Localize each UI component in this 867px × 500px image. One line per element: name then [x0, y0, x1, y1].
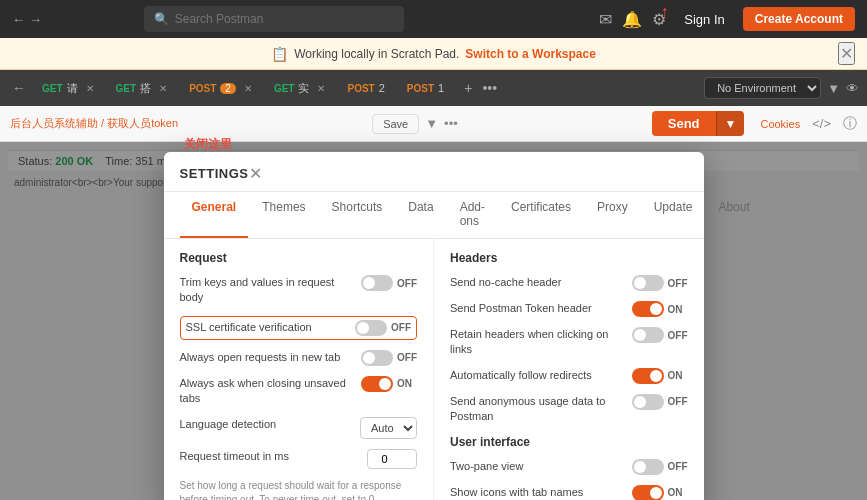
breadcrumb: 后台人员系统辅助 / 获取人员token [10, 116, 178, 131]
setting-no-cache: Send no-cache header OFF [450, 275, 688, 291]
toggle-track[interactable] [632, 327, 664, 343]
tab-close[interactable]: ✕ [244, 83, 252, 94]
setting-label: Send no-cache header [450, 275, 624, 290]
tab-label: 1 [438, 82, 444, 94]
tab-certificates[interactable]: Certificates [499, 192, 583, 238]
tab-close[interactable]: ✕ [159, 83, 167, 94]
settings-modal: SETTINGS 关闭这里 ✕ General Themes Shortcuts… [164, 152, 704, 500]
anon-usage-toggle[interactable]: OFF [632, 394, 688, 410]
setting-label: SSL certificate verification [186, 320, 348, 335]
toggle-track[interactable] [361, 275, 393, 291]
tab-close[interactable]: ✕ [86, 83, 94, 94]
toggle-track[interactable] [632, 368, 664, 384]
trim-keys-toggle[interactable]: OFF [361, 275, 417, 291]
forward-icon[interactable]: → [29, 12, 42, 27]
cookies-link[interactable]: Cookies [760, 118, 800, 130]
tab-shortcuts[interactable]: Shortcuts [320, 192, 395, 238]
toggle-track[interactable] [361, 350, 393, 366]
toggle-track[interactable] [632, 394, 664, 410]
ask-closing-toggle[interactable]: ON [361, 376, 417, 392]
tab-nav-back[interactable]: ← [8, 78, 30, 98]
tab-data[interactable]: Data [396, 192, 445, 238]
modal-tabs: General Themes Shortcuts Data Add-ons Ce… [164, 192, 704, 239]
info-icon[interactable]: ⓘ [843, 115, 857, 133]
toggle-label: OFF [668, 461, 688, 472]
create-account-button[interactable]: Create Account [743, 7, 855, 31]
setting-timeout: Request timeout in ms Set how long a req… [180, 449, 418, 500]
notif-close-button[interactable]: ✕ [838, 42, 855, 65]
open-new-tab-toggle[interactable]: OFF [361, 350, 417, 366]
toggle-track[interactable] [632, 275, 664, 291]
setting-anon-usage: Send anonymous usage data to Postman OFF [450, 394, 688, 425]
tab-update[interactable]: Update [642, 192, 705, 238]
toggle-track[interactable] [632, 485, 664, 500]
modal-close-button[interactable]: ✕ [249, 164, 262, 183]
toggle-track[interactable] [355, 320, 387, 336]
tab-general[interactable]: General [180, 192, 249, 238]
tab-add-button[interactable]: + [460, 78, 476, 98]
ssl-cert-toggle[interactable]: OFF [355, 320, 411, 336]
setting-icons-tabs: Show icons with tab names ON [450, 485, 688, 500]
code-icon[interactable]: </> [812, 116, 831, 131]
retain-headers-toggle[interactable]: OFF [632, 327, 688, 343]
toggle-label: ON [668, 487, 688, 498]
tab-item-get2[interactable]: GET 搭 ✕ [106, 74, 178, 102]
search-icon: 🔍 [154, 12, 169, 26]
addr-dropdown-icon[interactable]: ▼ [425, 116, 438, 131]
tab-addons[interactable]: Add-ons [448, 192, 497, 238]
modal-body: Request Trim keys and values in request … [164, 239, 704, 500]
notification-icon[interactable]: ✉ [599, 10, 612, 29]
tab-about[interactable]: About [706, 192, 761, 238]
language-select[interactable]: Auto [360, 417, 417, 439]
tab-env: No Environment ▼ 👁 [704, 77, 859, 99]
tab-proxy[interactable]: Proxy [585, 192, 640, 238]
breadcrumb-parent[interactable]: 后台人员系统辅助 [10, 117, 98, 129]
back-icon[interactable]: ← [12, 12, 25, 27]
env-expand-icon[interactable]: ▼ [827, 81, 840, 96]
tabbar: ← GET 请 ✕ GET 搭 ✕ POST 2 ✕ GET 实 ✕ POST … [0, 70, 867, 106]
setting-follow-redirects: Automatically follow redirects ON [450, 368, 688, 384]
tab-close[interactable]: ✕ [317, 83, 325, 94]
tab-item-get3[interactable]: GET 实 ✕ [264, 74, 336, 102]
no-cache-toggle[interactable]: OFF [632, 275, 688, 291]
env-settings-icon[interactable]: 👁 [846, 81, 859, 96]
tab-item-post1[interactable]: POST 2 ✕ [179, 74, 262, 102]
toggle-track[interactable] [632, 459, 664, 475]
setting-label: Send Postman Token header [450, 301, 624, 316]
environment-select[interactable]: No Environment [704, 77, 821, 99]
bell-icon[interactable]: 🔔 [622, 10, 642, 29]
toggle-label: OFF [391, 322, 411, 333]
search-input[interactable] [175, 12, 394, 26]
toggle-label: ON [668, 304, 688, 315]
tab-item-post2[interactable]: POST 2 [337, 74, 394, 102]
tab-item-post3[interactable]: POST 1 [397, 74, 454, 102]
setting-label: Two-pane view [450, 459, 624, 474]
tab-method: GET [42, 83, 63, 94]
tab-more-button[interactable]: ••• [478, 78, 501, 98]
search-bar[interactable]: 🔍 [144, 6, 404, 32]
tab-badge: 2 [220, 83, 236, 94]
topbar: ← → 🔍 ✉ 🔔 ⚙ ↑ Sign In Create Account [0, 0, 867, 38]
addr-more-icon[interactable]: ••• [444, 116, 458, 131]
send-dropdown-button[interactable]: ▼ [716, 111, 745, 136]
send-button[interactable]: Send [652, 111, 716, 136]
settings-icon[interactable]: ⚙ ↑ [652, 10, 666, 29]
setting-ssl-cert: SSL certificate verification OFF [180, 316, 418, 340]
timeout-input[interactable] [367, 449, 417, 469]
tab-themes[interactable]: Themes [250, 192, 317, 238]
save-button[interactable]: Save [372, 114, 419, 134]
toggle-track[interactable] [361, 376, 393, 392]
headers-section-label: Headers [450, 251, 688, 265]
sign-in-button[interactable]: Sign In [676, 8, 732, 31]
toggle-track[interactable] [632, 301, 664, 317]
icons-tabs-toggle[interactable]: ON [632, 485, 688, 500]
setting-label: Send anonymous usage data to Postman [450, 394, 624, 425]
follow-redirects-toggle[interactable]: ON [632, 368, 688, 384]
postman-token-toggle[interactable]: ON [632, 301, 688, 317]
setting-ask-closing: Always ask when closing unsaved tabs ON [180, 376, 418, 407]
setting-postman-token: Send Postman Token header ON [450, 301, 688, 317]
setting-label: Language detection [180, 417, 353, 432]
switch-workspace-link[interactable]: Switch to a Workspace [465, 47, 595, 61]
two-pane-toggle[interactable]: OFF [632, 459, 688, 475]
tab-item-get1[interactable]: GET 请 ✕ [32, 74, 104, 102]
